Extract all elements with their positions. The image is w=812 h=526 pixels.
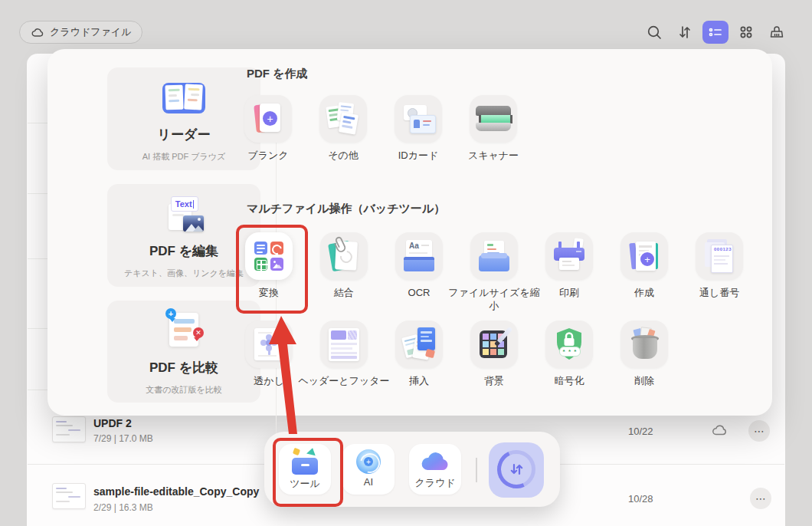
id-card-icon (395, 95, 442, 143)
sidebar-card-title: PDF を比較 (149, 359, 218, 376)
search-icon (647, 25, 662, 40)
tools-popup: リーダー AI 搭載 PDF ブラウズ Text PDF を編集 (47, 49, 772, 416)
file-name: sample-file-editable_Copy_Copy (93, 485, 259, 498)
sidebar-card-subtitle: 文書の改訂版を比較 (146, 384, 222, 396)
dock-item-label: AI (342, 476, 395, 488)
watermark-icon (245, 321, 293, 368)
tool-delete[interactable]: 削除 (598, 321, 690, 388)
file-date: 10/28 (628, 493, 653, 505)
file-name: UPDF 2 (93, 417, 132, 429)
bottom-dock: ツール + AI クラウド (264, 432, 560, 507)
file-thumbnail (52, 416, 86, 442)
file-more-button[interactable]: ⋯ (748, 420, 770, 442)
print-icon (545, 232, 593, 280)
sidebar-card-title: リーダー (158, 126, 211, 143)
sync-progress-icon (497, 450, 535, 488)
ocr-sample-text: Aa (409, 242, 419, 250)
cloud-files-button[interactable]: クラウドファイル (19, 21, 142, 44)
tool-label: スキャナー (447, 150, 539, 163)
cloud-sync-icon (711, 423, 728, 437)
list-view-button[interactable] (702, 21, 729, 44)
dock-item-ai[interactable]: + AI (342, 444, 395, 495)
tool-label: 通し番号 (673, 287, 765, 300)
encrypt-icon: * * * (545, 321, 593, 368)
list-view-icon (708, 26, 723, 38)
header-footer-icon (320, 321, 368, 368)
ai-icon: + (356, 449, 381, 474)
dock-item-label: ツール (279, 477, 331, 491)
background-icon (470, 321, 518, 368)
convert-icon (245, 232, 293, 280)
bates-sample-text: 000123 (714, 247, 732, 251)
combine-icon (320, 232, 368, 280)
ocr-icon: Aa (395, 232, 443, 280)
batch-section-heading: マルチファイル操作（バッチツール） (247, 202, 445, 216)
scanner-icon (470, 95, 517, 143)
compress-icon (470, 232, 518, 280)
insert-icon (395, 321, 443, 368)
file-more-button[interactable]: ⋯ (750, 488, 771, 509)
flower-glyph (266, 340, 272, 346)
sort-icon (677, 25, 692, 40)
cloud-icon (31, 26, 44, 38)
updf-home: クラウドファイル (0, 0, 812, 526)
tool-bates-number[interactable]: 000123 通し番号 (673, 232, 765, 300)
paperclip-glyph (334, 235, 346, 252)
cloud-files-label: クラウドファイル (50, 25, 131, 39)
edit-pdf-icon: Text (162, 195, 205, 232)
create-icon: + (620, 232, 668, 280)
password-stars-text: * * * (563, 348, 578, 355)
sidebar-card-subtitle: AI 搭載 PDF ブラウズ (142, 151, 226, 163)
cloud-gradient-icon (420, 451, 450, 474)
dock-item-tools[interactable]: ツール (279, 444, 331, 495)
dock-sync-button[interactable] (489, 442, 544, 498)
dock-item-label: クラウド (409, 476, 461, 490)
delete-trash-icon (620, 321, 668, 368)
create-section-heading: PDF を作成 (247, 67, 308, 81)
reader-book-icon (162, 81, 205, 115)
cleanup-brush-button[interactable] (765, 21, 788, 44)
dock-divider (476, 458, 477, 482)
bates-number-icon: 000123 (696, 232, 743, 280)
grid-view-icon (738, 25, 754, 40)
tool-label: 削除 (598, 375, 690, 388)
blank-icon: + (244, 95, 292, 143)
compare-pdf-icon: + ✕ (162, 310, 205, 348)
file-thumbnail (52, 483, 86, 509)
cleanup-brush-icon (768, 24, 785, 41)
grid-view-button[interactable] (735, 21, 758, 44)
file-meta: 7/29 | 17.0 MB (93, 433, 153, 444)
tools-icon (292, 450, 318, 475)
edit-sample-text: Text (175, 199, 192, 209)
file-date: 10/22 (628, 426, 653, 437)
more-files-icon (319, 95, 367, 143)
sort-button[interactable] (673, 21, 696, 44)
dock-item-cloud[interactable]: クラウド (409, 444, 461, 495)
search-button[interactable] (643, 21, 666, 44)
tool-scanner[interactable]: スキャナー (447, 95, 539, 163)
sidebar-card-title: PDF を編集 (149, 242, 218, 260)
file-meta: 2/29 | 16.3 MB (93, 502, 153, 513)
